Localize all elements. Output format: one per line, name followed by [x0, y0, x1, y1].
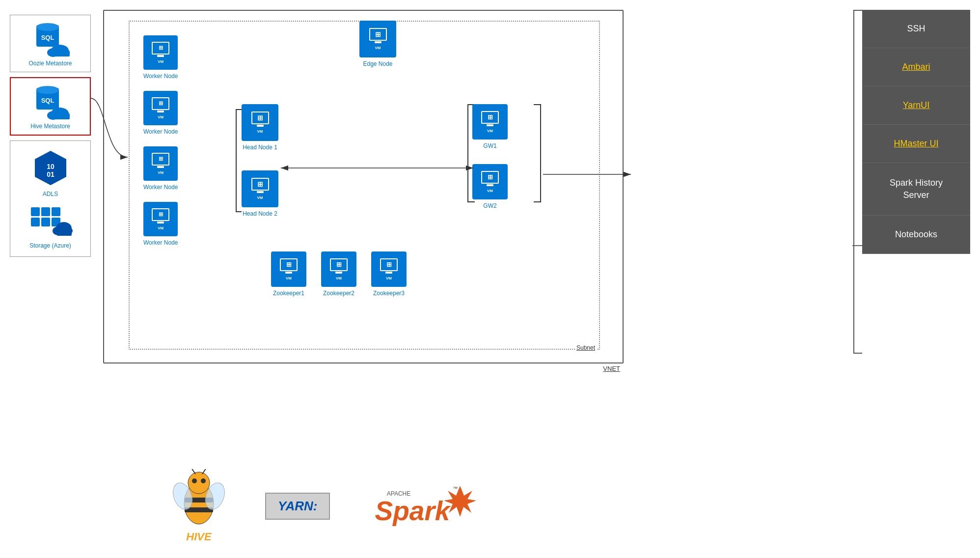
worker-node-4: ⊞ VM Worker Node: [143, 202, 178, 246]
hmaster-button[interactable]: HMaster UI: [862, 125, 970, 163]
head-node-2: ⊞ VM Head Node 2: [242, 170, 278, 217]
gw2-label: GW2: [483, 202, 496, 209]
zk2-label: Zookeeper2: [323, 290, 354, 297]
gw-nodes-group: ⊞ VM GW1 ⊞ VM GW2: [472, 104, 508, 209]
right-brace: [853, 10, 862, 354]
svg-text:10: 10: [47, 163, 54, 170]
subnet-border: Subnet: [129, 21, 600, 350]
head-node-1-icon: ⊞ VM: [242, 104, 278, 141]
hive-logo: HIVE: [172, 469, 226, 543]
hive-bee-svg: [172, 469, 226, 533]
svg-rect-17: [31, 207, 40, 216]
worker-node-3: ⊞ VM Worker Node: [143, 146, 178, 191]
zk1-monitor: ⊞: [280, 258, 298, 271]
oozie-metastore-box: SQL Oozie Metastore: [10, 15, 91, 72]
worker-node-2-label: Worker Node: [143, 128, 178, 135]
svg-text:SQL: SQL: [41, 34, 54, 41]
svg-rect-18: [41, 207, 50, 216]
svg-text:01: 01: [47, 170, 54, 178]
zk1-label: Zookeeper1: [273, 290, 304, 297]
oozie-metastore-icon: SQL Oozie Metastore: [28, 20, 72, 67]
spark-logo-svg: APACHE Spark: [369, 483, 477, 528]
zk3-label: Zookeeper3: [373, 290, 405, 297]
head-node-2-label: Head Node 2: [243, 210, 277, 217]
monitor-icon-3: ⊞: [152, 153, 169, 166]
zk3-vm-text: VM: [386, 276, 392, 280]
worker-node-1-label: Worker Node: [143, 73, 178, 80]
svg-point-38: [192, 478, 197, 483]
svg-point-1: [36, 23, 59, 31]
spark-logo: APACHE Spark ™: [369, 483, 477, 530]
edge-node-label: Edge Node: [363, 60, 392, 67]
worker-nodes-group: ⊞ VM Worker Node ⊞ VM Worker Node: [143, 35, 178, 246]
adls-label: ADLS: [43, 191, 58, 197]
svg-rect-26: [57, 229, 72, 236]
spark-tm: ™: [453, 486, 458, 491]
svg-rect-21: [41, 218, 50, 226]
hive-metastore-box: SQL Hive Metastore: [10, 77, 91, 136]
yarn-logo: YARN:: [265, 493, 330, 520]
yarnui-button[interactable]: YarnUI: [862, 86, 970, 125]
head-node-2-icon: ⊞ VM: [242, 170, 278, 207]
vnet-border: Subnet VNET ⊞ VM Worker Node ⊞ VM: [103, 10, 624, 363]
zookeeper1-node: ⊞ VM Zookeeper1: [271, 251, 306, 297]
gw2-monitor: ⊞: [481, 171, 499, 184]
zk2-icon: ⊞ VM: [321, 251, 356, 287]
spark-history-button[interactable]: Spark HistoryServer: [862, 163, 970, 216]
edge-monitor: ⊞: [369, 28, 387, 41]
adls-storage-box: 10 01 ADLS Storage (Azure): [10, 140, 91, 257]
vm-text-1: VM: [158, 59, 163, 64]
svg-rect-20: [31, 218, 40, 226]
head-node-1-label: Head Node 1: [243, 144, 277, 151]
gw2-vm-text: VM: [487, 189, 493, 193]
zk1-vm-text: VM: [286, 276, 292, 280]
gw1-vm-text: VM: [487, 129, 493, 133]
zk3-monitor: ⊞: [380, 258, 398, 271]
vm-text-4: VM: [158, 226, 163, 230]
zk3-icon: ⊞ VM: [371, 251, 407, 287]
adls-icon-group: 10 01 ADLS: [31, 148, 70, 197]
gw2-icon: ⊞ VM: [472, 164, 508, 199]
edge-node-icon: ⊞ VM: [359, 21, 396, 57]
notebooks-button[interactable]: Notebooks: [862, 216, 970, 254]
head-vm-text-1: VM: [257, 129, 263, 134]
edge-node: ⊞ VM Edge Node: [359, 21, 396, 67]
monitor-icon-2: ⊞: [152, 97, 169, 110]
svg-point-8: [36, 86, 59, 94]
gw1-node: ⊞ VM GW1: [472, 104, 508, 149]
head-nodes-group: ⊞ VM Head Node 1 ⊞ VM Head Node 2: [242, 104, 278, 217]
right-panel: SSH Ambari YarnUI HMaster UI Spark Histo…: [862, 10, 970, 254]
zk1-icon: ⊞ VM: [271, 251, 306, 287]
ambari-button[interactable]: Ambari: [862, 48, 970, 86]
worker-node-3-icon: ⊞ VM: [143, 146, 178, 181]
zookeeper-nodes-group: ⊞ VM Zookeeper1 ⊞ VM Zookeeper2: [271, 251, 407, 297]
head-nodes-bracket-left: [236, 109, 242, 212]
worker-node-2-icon: ⊞ VM: [143, 91, 178, 125]
bottom-logos: HIVE YARN: APACHE Spark ™: [172, 469, 477, 543]
monitor-icon-4: ⊞: [152, 208, 169, 221]
edge-node-group: ⊞ VM Edge Node: [359, 21, 396, 67]
oozie-label: Oozie Metastore: [28, 60, 72, 67]
ssh-button[interactable]: SSH: [862, 10, 970, 48]
svg-rect-6: [52, 51, 70, 56]
subnet-label: Subnet: [575, 344, 597, 351]
svg-line-44: [202, 469, 207, 474]
storage-azure-icon: [28, 205, 73, 239]
oozie-sql-icon: SQL: [30, 20, 70, 57]
gw2-node: ⊞ VM GW2: [472, 164, 508, 209]
edge-vm-text: VM: [375, 46, 381, 50]
svg-point-39: [201, 478, 206, 483]
hive-text-logo: HIVE: [186, 530, 211, 543]
left-panel: SQL Oozie Metastore SQL Hive Metastore: [10, 15, 91, 262]
yarn-text: YARN:: [278, 499, 317, 513]
head-vm-text-2: VM: [257, 195, 263, 200]
worker-node-4-icon: ⊞ VM: [143, 202, 178, 236]
hive-sql-icon: SQL: [30, 83, 70, 120]
hive-metastore-icon: SQL Hive Metastore: [30, 83, 70, 130]
svg-text:SQL: SQL: [41, 97, 54, 104]
worker-node-1-icon: ⊞ VM: [143, 35, 178, 70]
svg-rect-13: [52, 113, 70, 119]
vm-text-2: VM: [158, 115, 163, 119]
gw1-label: GW1: [483, 142, 496, 149]
head-node-1: ⊞ VM Head Node 1: [242, 104, 278, 151]
